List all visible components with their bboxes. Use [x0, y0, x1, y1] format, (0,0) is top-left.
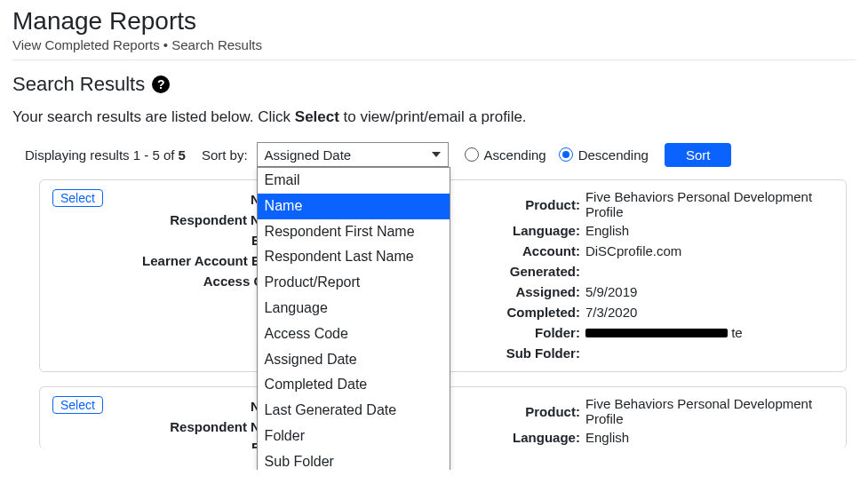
label-language: Language:: [491, 223, 580, 238]
breadcrumb: View Completed Reports • Search Results: [12, 37, 856, 52]
label-assigned: Assigned:: [491, 284, 580, 299]
label-folder: Folder:: [491, 325, 580, 340]
label-product: Product:: [491, 197, 580, 212]
select-button[interactable]: Select: [52, 189, 103, 207]
chevron-down-icon: [432, 152, 441, 157]
value-folder: te: [585, 325, 833, 340]
sort-option[interactable]: Sub Folder: [258, 449, 450, 470]
page-title: Manage Reports: [12, 7, 856, 36]
value-product: Five Behaviors Personal Development Prof…: [585, 189, 833, 219]
value-language: English: [585, 223, 833, 238]
sort-button[interactable]: Sort: [665, 143, 732, 167]
radio-icon: [559, 147, 573, 162]
value-account: DiSCprofile.com: [585, 243, 833, 258]
sort-by-dropdown[interactable]: EmailNameRespondent First NameRespondent…: [257, 167, 450, 470]
breadcrumb-a[interactable]: View Completed Reports: [12, 37, 160, 52]
descending-radio[interactable]: Descending: [559, 147, 649, 163]
label-language: Language:: [491, 430, 580, 445]
section-title: Search Results: [12, 73, 145, 96]
sort-direction-group: Ascending Descending: [465, 147, 649, 163]
sort-option[interactable]: Folder: [258, 424, 450, 449]
radio-icon: [465, 147, 479, 162]
sort-option[interactable]: Name: [258, 194, 450, 219]
label-product: Product:: [491, 404, 580, 419]
breadcrumb-sep: •: [163, 37, 168, 52]
sort-by-label: Sort by:: [202, 147, 248, 163]
ascending-radio[interactable]: Ascending: [465, 147, 546, 163]
intro-text: Your search results are listed below. Cl…: [12, 108, 856, 126]
label-account: Account:: [491, 243, 580, 258]
value-product: Five Behaviors Personal Development Prof…: [585, 396, 833, 426]
sort-option[interactable]: Product/Report: [258, 270, 450, 296]
help-icon[interactable]: ?: [152, 75, 170, 93]
sort-option[interactable]: Language: [258, 296, 450, 321]
value-completed: 7/3/2020: [585, 305, 833, 320]
divider: [12, 60, 856, 60]
displaying-count: Displaying results 1 - 5 of 5: [25, 147, 186, 163]
label-completed: Completed:: [491, 305, 580, 320]
value-language: English: [585, 430, 833, 445]
sort-option[interactable]: Completed Date: [258, 372, 450, 398]
value-assigned: 5/9/2019: [585, 284, 833, 299]
sort-option[interactable]: Access Code: [258, 321, 450, 347]
sort-by-selected-value: Assigned Date: [265, 147, 352, 163]
select-button[interactable]: Select: [52, 396, 103, 414]
label-generated: Generated:: [491, 264, 580, 279]
breadcrumb-b[interactable]: Search Results: [171, 37, 262, 52]
sort-option[interactable]: Last Generated Date: [258, 398, 450, 424]
controls-row: Displaying results 1 - 5 of 5 Sort by: A…: [12, 142, 856, 167]
sort-option[interactable]: Respondent First Name: [258, 219, 450, 245]
sort-option[interactable]: Assigned Date: [258, 347, 450, 373]
sort-option[interactable]: Email: [258, 168, 450, 194]
sort-by-select[interactable]: Assigned Date: [257, 142, 449, 167]
sort-option[interactable]: Respondent Last Name: [258, 244, 450, 270]
label-sub-folder: Sub Folder:: [491, 345, 580, 361]
